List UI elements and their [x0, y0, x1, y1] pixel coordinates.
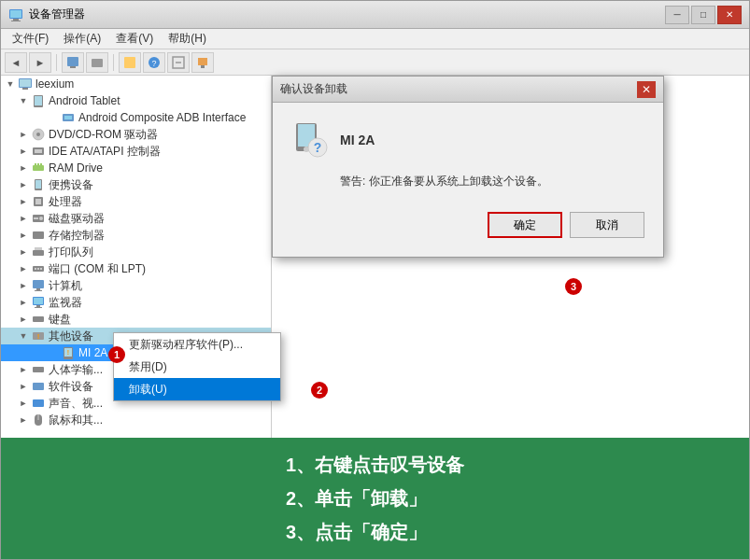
modal-dialog: 确认设备卸载 ✕ ? MI 2A 警告: 你正准备要从系统上卸载这个设备。: [272, 76, 664, 258]
expand-other[interactable]: ▼: [16, 329, 31, 343]
expand-print[interactable]: ►: [16, 245, 31, 259]
tree-processor[interactable]: ► 处理器: [1, 193, 271, 210]
expand-portable[interactable]: ►: [16, 177, 31, 192]
disk-label: 磁盘驱动器: [49, 211, 105, 227]
keyboard-icon: [31, 312, 46, 327]
svg-rect-30: [35, 199, 41, 204]
svg-rect-54: [33, 367, 44, 372]
storage-label: 存储控制器: [49, 228, 105, 244]
tree-portable[interactable]: ► 便携设备: [1, 176, 271, 193]
forward-button[interactable]: ►: [29, 52, 51, 73]
svg-rect-40: [40, 268, 42, 270]
print-label: 打印队列: [49, 245, 93, 260]
computer-icon: [18, 77, 33, 91]
badge-1: 1: [108, 346, 125, 363]
computer-label: 计算机: [49, 278, 82, 294]
tree-port[interactable]: ► 端口 (COM 和 LPT): [1, 260, 271, 277]
svg-text:!: !: [67, 349, 69, 356]
svg-rect-5: [70, 66, 76, 68]
tree-root[interactable]: ▼ leexium: [1, 76, 271, 92]
tree-storage[interactable]: ► 存储控制器: [1, 227, 271, 244]
expand-human[interactable]: ►: [16, 362, 31, 377]
toolbar-btn-2[interactable]: [86, 52, 108, 73]
expand-sound[interactable]: ►: [16, 396, 31, 411]
software-label: 软件设备: [49, 379, 93, 395]
svg-rect-13: [22, 88, 28, 90]
modal-close-button[interactable]: ✕: [637, 81, 656, 98]
svg-rect-14: [20, 79, 31, 87]
expand-port[interactable]: ►: [16, 261, 31, 276]
svg-point-20: [36, 133, 40, 136]
expand-ram[interactable]: ►: [16, 161, 31, 175]
svg-rect-16: [35, 96, 42, 105]
tree-ide[interactable]: ► IDE ATA/ATAPI 控制器: [1, 143, 271, 160]
toolbar-btn-1[interactable]: [62, 52, 84, 73]
expand-keyboard[interactable]: ►: [16, 312, 31, 327]
svg-rect-2: [11, 21, 21, 21]
toolbar-btn-3[interactable]: [119, 52, 141, 73]
title-bar-left: 设备管理器: [8, 7, 85, 22]
expand-software[interactable]: ►: [16, 379, 31, 394]
expand-root[interactable]: ▼: [3, 77, 18, 91]
portable-icon: [31, 177, 46, 192]
tree-dvd[interactable]: ► DVD/CD-ROM 驱动器: [1, 126, 271, 143]
ram-icon: [31, 161, 46, 175]
annotation-text: 1、右键点击叹号设备 2、单击「卸载」 3、点击「确定」: [286, 448, 464, 549]
minimize-button[interactable]: ─: [665, 6, 689, 24]
expand-mouse[interactable]: ►: [16, 413, 31, 427]
svg-rect-25: [37, 163, 39, 166]
expand-processor[interactable]: ►: [16, 194, 31, 209]
adb-icon: [61, 110, 76, 125]
expand-storage[interactable]: ►: [16, 228, 31, 243]
expand-dvd[interactable]: ►: [16, 127, 31, 142]
toolbar-btn-5[interactable]: [167, 52, 190, 73]
svg-rect-28: [35, 180, 41, 189]
svg-rect-38: [35, 268, 36, 270]
expand-ide[interactable]: ►: [16, 144, 31, 159]
svg-text:?: ?: [314, 140, 322, 155]
context-menu-uninstall[interactable]: 卸载(U): [114, 378, 280, 400]
tree-mouse[interactable]: ► 鼠标和其...: [1, 412, 271, 428]
adb-label: Android Composite ADB Interface: [78, 111, 246, 124]
maximize-button[interactable]: □: [691, 6, 715, 24]
title-controls: ─ □ ✕: [665, 6, 742, 24]
mi2a-label: MI 2A: [78, 346, 107, 359]
svg-rect-47: [34, 298, 43, 304]
toolbar-btn-6[interactable]: [191, 52, 214, 73]
badge-3: 3: [565, 278, 582, 295]
svg-rect-46: [35, 307, 42, 308]
svg-rect-7: [124, 57, 135, 68]
modal-cancel-button[interactable]: 取消: [570, 212, 644, 238]
expand-disk[interactable]: ►: [16, 211, 31, 226]
modal-header-row: ? MI 2A: [291, 121, 644, 159]
tree-android-tablet[interactable]: ▼ Android Tablet: [1, 92, 271, 109]
tree-adb[interactable]: Android Composite ADB Interface: [1, 109, 271, 126]
tree-ram[interactable]: ► RAM Drive: [1, 160, 271, 176]
modal-ok-button[interactable]: 确定: [488, 212, 562, 238]
expand-android-tablet[interactable]: ▼: [16, 93, 31, 108]
tree-disk[interactable]: ► 磁盘驱动器: [1, 210, 271, 227]
toolbar-separator-1: [56, 54, 57, 71]
context-menu-disable[interactable]: 禁用(D): [114, 356, 280, 378]
tree-keyboard[interactable]: ► 键盘: [1, 311, 271, 328]
back-button[interactable]: ◄: [5, 52, 27, 73]
expand-computer[interactable]: ►: [16, 278, 31, 293]
menu-help[interactable]: 帮助(H): [161, 29, 214, 49]
modal-body: ? MI 2A 警告: 你正准备要从系统上卸载这个设备。 确定 取消: [273, 103, 663, 257]
tree-monitor[interactable]: ► 监视器: [1, 294, 271, 311]
annotation-line-3: 3、点击「确定」: [286, 515, 464, 549]
expand-monitor[interactable]: ►: [16, 295, 31, 310]
menu-action[interactable]: 操作(A): [56, 29, 108, 49]
close-button[interactable]: ✕: [717, 6, 742, 24]
svg-rect-42: [36, 288, 40, 290]
menu-file[interactable]: 文件(F): [5, 29, 56, 49]
toolbar-btn-4[interactable]: ?: [143, 52, 165, 73]
tree-computer[interactable]: ► 计算机: [1, 277, 271, 294]
toolbar: ◄ ► ?: [1, 49, 749, 76]
title-bar: 设备管理器 ─ □ ✕: [1, 1, 749, 29]
menu-view[interactable]: 查看(V): [108, 29, 161, 49]
tree-print[interactable]: ► 打印队列: [1, 244, 271, 260]
modal-title-text: 确认设备卸载: [280, 81, 347, 97]
context-menu-update[interactable]: 更新驱动程序软件(P)...: [114, 333, 280, 356]
mi2a-icon: !: [61, 345, 76, 360]
